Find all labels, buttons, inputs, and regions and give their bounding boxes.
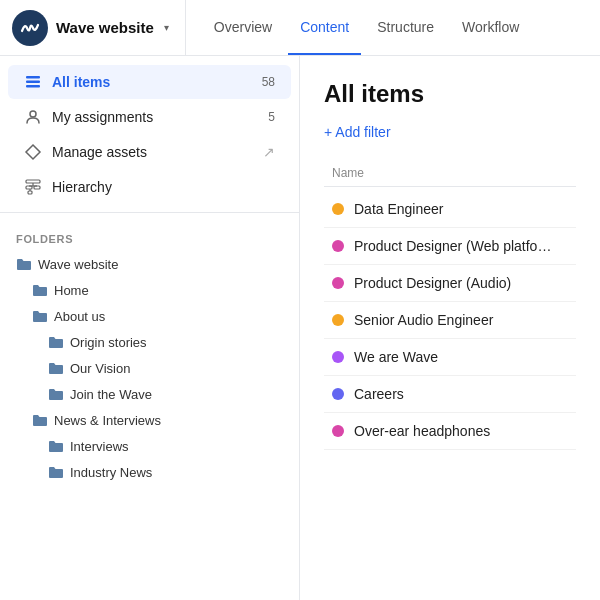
hierarchy-label: Hierarchy	[52, 179, 275, 195]
status-dot	[332, 203, 344, 215]
app-body: All items 58 My assignments 5 Manage ass…	[0, 56, 600, 600]
main-content: All items + Add filter Name Data Enginee…	[300, 56, 600, 600]
folder-label: Wave website	[38, 257, 118, 272]
nav-content[interactable]: Content	[288, 0, 361, 55]
app-header: Wave website ▾ Overview Content Structur…	[0, 0, 600, 56]
sidebar-item-my-assignments[interactable]: My assignments 5	[8, 100, 291, 134]
row-label: We are Wave	[354, 349, 438, 365]
folder-tree: Wave website Home About us Origin storie…	[0, 251, 299, 485]
nav-overview[interactable]: Overview	[202, 0, 284, 55]
svg-rect-1	[26, 81, 40, 84]
sidebar-item-manage-assets[interactable]: Manage assets ↗	[8, 135, 291, 169]
table-row[interactable]: Careers	[324, 376, 576, 413]
row-label: Senior Audio Engineer	[354, 312, 493, 328]
svg-rect-0	[26, 76, 40, 79]
svg-rect-2	[26, 85, 40, 88]
folders-section-label: FOLDERS	[0, 221, 299, 251]
folder-about-us[interactable]: About us	[0, 303, 299, 329]
folder-label: Origin stories	[70, 335, 147, 350]
folder-icon	[48, 464, 64, 480]
status-dot	[332, 388, 344, 400]
folder-icon	[48, 360, 64, 376]
site-name: Wave website	[56, 19, 154, 36]
manage-assets-label: Manage assets	[52, 144, 253, 160]
row-label: Data Engineer	[354, 201, 444, 217]
sidebar-item-hierarchy[interactable]: Hierarchy	[8, 170, 291, 204]
folder-home[interactable]: Home	[0, 277, 299, 303]
layers-icon	[24, 73, 42, 91]
table-row[interactable]: We are Wave	[324, 339, 576, 376]
all-items-label: All items	[52, 74, 252, 90]
table-column-name: Name	[324, 160, 576, 187]
all-items-badge: 58	[262, 75, 275, 89]
svg-point-3	[30, 111, 36, 117]
status-dot	[332, 314, 344, 326]
status-dot	[332, 425, 344, 437]
folder-label: Join the Wave	[70, 387, 152, 402]
row-label: Product Designer (Audio)	[354, 275, 511, 291]
svg-marker-4	[26, 145, 40, 159]
row-label: Careers	[354, 386, 404, 402]
folder-industry-news[interactable]: Industry News	[0, 459, 299, 485]
add-filter-button[interactable]: + Add filter	[324, 124, 391, 140]
status-dot	[332, 240, 344, 252]
folder-icon	[48, 438, 64, 454]
folder-our-vision[interactable]: Our Vision	[0, 355, 299, 381]
diamond-icon	[24, 143, 42, 161]
folder-news-interviews[interactable]: News & Interviews	[0, 407, 299, 433]
folder-icon	[48, 386, 64, 402]
page-title: All items	[324, 80, 576, 108]
sidebar: All items 58 My assignments 5 Manage ass…	[0, 56, 300, 600]
logo-icon[interactable]	[12, 10, 48, 46]
table-row[interactable]: Over-ear headphones	[324, 413, 576, 450]
folder-icon	[32, 308, 48, 324]
site-dropdown-icon[interactable]: ▾	[164, 22, 169, 33]
folder-icon	[16, 256, 32, 272]
table-row[interactable]: Senior Audio Engineer	[324, 302, 576, 339]
folder-icon	[48, 334, 64, 350]
nav-workflow[interactable]: Workflow	[450, 0, 531, 55]
svg-rect-5	[26, 180, 40, 183]
folder-origin-stories[interactable]: Origin stories	[0, 329, 299, 355]
folder-wave-website[interactable]: Wave website	[0, 251, 299, 277]
sidebar-divider	[0, 212, 299, 213]
logo-container: Wave website ▾	[12, 0, 186, 55]
folder-interviews[interactable]: Interviews	[0, 433, 299, 459]
main-nav: Overview Content Structure Workflow	[186, 0, 532, 55]
status-dot	[332, 351, 344, 363]
folder-join-the-wave[interactable]: Join the Wave	[0, 381, 299, 407]
table-row[interactable]: Data Engineer	[324, 191, 576, 228]
folder-icon	[32, 282, 48, 298]
sidebar-item-all-items[interactable]: All items 58	[8, 65, 291, 99]
person-icon	[24, 108, 42, 126]
manage-assets-badge: ↗	[263, 144, 275, 160]
folder-label: Industry News	[70, 465, 152, 480]
table-row[interactable]: Product Designer (Audio)	[324, 265, 576, 302]
my-assignments-badge: 5	[268, 110, 275, 124]
folder-label: Home	[54, 283, 89, 298]
folder-icon	[32, 412, 48, 428]
folder-label: News & Interviews	[54, 413, 161, 428]
folder-label: About us	[54, 309, 105, 324]
row-label: Product Designer (Web platfo…	[354, 238, 551, 254]
hierarchy-icon	[24, 178, 42, 196]
status-dot	[332, 277, 344, 289]
nav-structure[interactable]: Structure	[365, 0, 446, 55]
folder-label: Interviews	[70, 439, 129, 454]
table-row[interactable]: Product Designer (Web platfo…	[324, 228, 576, 265]
folder-label: Our Vision	[70, 361, 130, 376]
my-assignments-label: My assignments	[52, 109, 258, 125]
svg-rect-8	[28, 191, 32, 194]
row-label: Over-ear headphones	[354, 423, 490, 439]
